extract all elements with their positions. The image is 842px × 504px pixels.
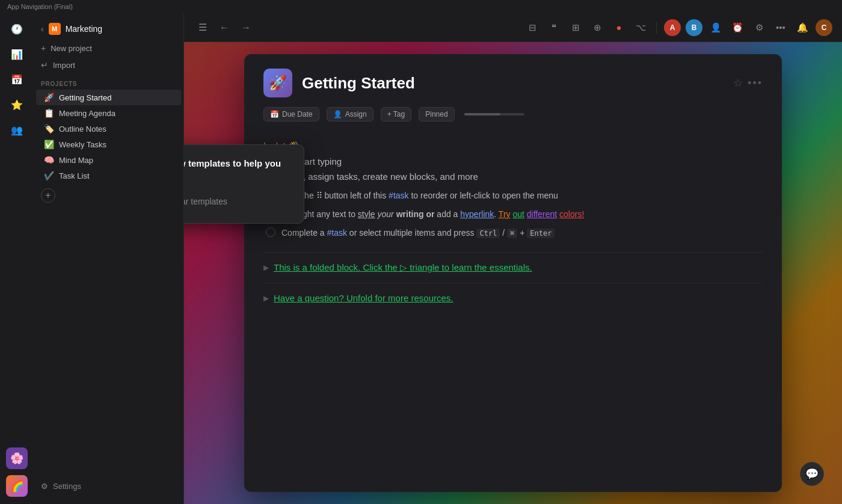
settings-icon: ⚙ <box>41 482 48 491</box>
weekly-tasks-label: Weekly Tasks <box>59 140 106 149</box>
sidebar-toggle-btn[interactable]: ☰ <box>194 19 212 37</box>
share-icon[interactable]: ● <box>610 19 627 36</box>
settings-item[interactable]: ⚙ Settings <box>41 478 176 494</box>
modal-clear-link[interactable]: Clear templates <box>184 197 227 206</box>
connect-icon[interactable]: ⌥ <box>632 19 649 36</box>
layout-icon-1[interactable]: ⊟ <box>524 19 541 36</box>
layout-icon-4[interactable]: ⊕ <box>589 19 606 36</box>
more-toolbar-icon[interactable]: ••• <box>772 19 789 36</box>
add-user-icon[interactable]: 👤 <box>707 19 724 36</box>
task-list-label: Task List <box>59 171 90 180</box>
icon-sidebar: 🕐 📊 📅 ⭐ 👥 🌸 🌈 <box>0 13 34 504</box>
workspace-name: Marketing <box>66 24 102 34</box>
analytics-icon[interactable]: 📊 <box>6 43 28 65</box>
workspace-header: ‹ M Marketing <box>34 18 183 40</box>
sidebar-footer: ⚙ Settings <box>34 473 183 499</box>
avatar-2[interactable]: B <box>686 19 702 36</box>
import-action[interactable]: ↵ Import <box>34 57 183 73</box>
title-bar: App Navigation (Final) <box>0 0 842 13</box>
projects-section-label: PROJECTS <box>34 73 183 90</box>
sidebar-item-mind-map[interactable]: 🧠 Mind Map <box>36 152 181 168</box>
layout-icon-3[interactable]: ⊞ <box>567 19 584 36</box>
modal-actions: OK Clear templates <box>184 192 292 211</box>
rainbow-app-icon[interactable]: 🌈 <box>6 475 28 497</box>
people-icon[interactable]: 👥 <box>6 119 28 141</box>
toolbar: ☰ ← → ⊟ ❝ ⊞ ⊕ ● ⌥ A B 👤 ⏰ <box>184 13 842 42</box>
getting-started-emoji: 🚀 <box>43 93 54 102</box>
mind-map-label: Mind Map <box>59 156 93 165</box>
title-bar-text: App Navigation (Final) <box>7 3 73 10</box>
purple-app-icon[interactable]: 🌸 <box>6 447 28 469</box>
notification-icon[interactable]: 🔔 <box>794 19 811 36</box>
history-icon[interactable]: 🕐 <box>6 18 28 40</box>
import-label: Import <box>53 61 75 70</box>
nav-sidebar: ‹ M Marketing + New project ↵ Import PRO… <box>34 13 184 504</box>
reminder-icon[interactable]: ⏰ <box>729 19 746 36</box>
modal-popup: Here are a few templates to help you get… <box>184 144 304 224</box>
import-icon: ↵ <box>41 60 48 70</box>
meeting-agenda-emoji: 📋 <box>43 108 54 118</box>
mind-map-emoji: 🧠 <box>43 155 54 165</box>
sidebar-item-task-list[interactable]: ✔️ Task List <box>36 168 181 183</box>
modal-overlay: Here are a few templates to help you get… <box>184 42 842 504</box>
back-arrow[interactable]: ‹ <box>41 24 44 34</box>
sidebar-item-weekly-tasks[interactable]: ✅ Weekly Tasks <box>36 137 181 152</box>
meeting-agenda-label: Meeting Agenda <box>59 109 115 118</box>
favorites-icon[interactable]: ⭐ <box>6 94 28 115</box>
main-area: ☰ ← → ⊟ ❝ ⊞ ⊕ ● ⌥ A B 👤 ⏰ <box>184 13 842 504</box>
sidebar-item-meeting-agenda[interactable]: 📋 Meeting Agenda <box>36 105 181 121</box>
avatar-1[interactable]: A <box>664 19 681 36</box>
sidebar-item-outline-notes[interactable]: 🏷️ Outline Notes <box>36 121 181 137</box>
modal-title: Here are a few templates to help you get… <box>184 157 292 182</box>
toolbar-left: ☰ ← → <box>194 19 255 37</box>
outline-notes-emoji: 🏷️ <box>43 124 54 134</box>
back-btn[interactable]: ← <box>215 19 233 37</box>
layout-icon-2[interactable]: ❝ <box>545 19 562 36</box>
new-project-action[interactable]: + New project <box>34 40 183 57</box>
getting-started-label: Getting Started <box>59 93 111 102</box>
new-project-label: New project <box>51 44 92 53</box>
workspace-icon: M <box>49 23 61 35</box>
new-project-icon: + <box>41 43 46 53</box>
forward-btn[interactable]: → <box>237 19 255 37</box>
outline-notes-label: Outline Notes <box>59 124 106 134</box>
calendar-icon[interactable]: 📅 <box>6 69 28 90</box>
settings-label: Settings <box>53 482 81 491</box>
toolbar-right: ⊟ ❝ ⊞ ⊕ ● ⌥ A B 👤 ⏰ ⚙ ••• 🔔 C <box>524 19 832 36</box>
task-list-emoji: ✔️ <box>43 171 54 180</box>
avatar-3[interactable]: C <box>816 19 832 36</box>
content-pane: 🚀 Getting Started ☆ ••• 📅 Due Date <box>184 42 842 504</box>
add-project-btn[interactable]: + <box>41 188 55 203</box>
weekly-tasks-emoji: ✅ <box>43 140 54 149</box>
settings-toolbar-icon[interactable]: ⚙ <box>751 19 767 36</box>
sidebar-item-getting-started[interactable]: 🚀 Getting Started <box>36 90 181 105</box>
